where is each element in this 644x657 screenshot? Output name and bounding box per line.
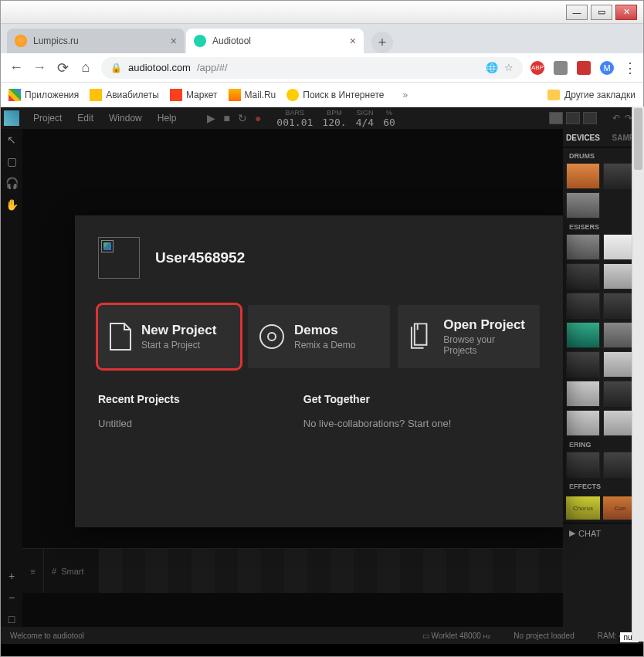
bpm-value[interactable]: 120.	[322, 117, 346, 128]
apps-bookmark[interactable]: Приложения	[8, 89, 79, 101]
forward-button[interactable]: →	[32, 59, 47, 76]
user-row: User4568952	[98, 237, 540, 279]
username: User4568952	[155, 249, 245, 266]
device-thumb[interactable]	[566, 234, 600, 260]
avatar[interactable]	[98, 237, 140, 279]
app-logo-icon[interactable]	[4, 110, 19, 126]
tracks-timeline[interactable]	[99, 549, 563, 593]
bookmark-item[interactable]: Поиск в Интернете	[286, 89, 384, 101]
view-button[interactable]	[583, 112, 597, 124]
other-bookmarks[interactable]: Другие закладки	[547, 90, 636, 100]
play-button[interactable]: ▶	[207, 112, 215, 124]
translate-icon[interactable]: 🌐	[486, 62, 498, 73]
home-button[interactable]: ⌂	[78, 59, 93, 76]
pointer-tool[interactable]: ↖	[5, 134, 19, 147]
scrollbar-thumb[interactable]	[634, 108, 642, 170]
welcome-modal: User4568952 New Project Start a Project …	[75, 215, 563, 527]
menu-window[interactable]: Window	[101, 113, 150, 124]
headphones-tool[interactable]: 🎧	[5, 177, 19, 191]
window-titlebar: — ▭ ✕	[1, 1, 643, 24]
tracks-menu-icon[interactable]: ≡	[30, 567, 35, 576]
device-thumb[interactable]	[566, 410, 600, 436]
action-subtitle: Start a Project	[141, 340, 216, 351]
action-row: New Project Start a Project Demos Remix …	[98, 305, 540, 368]
device-thumb[interactable]	[566, 381, 600, 407]
new-project-button[interactable]: New Project Start a Project	[98, 305, 240, 368]
counter-label: BPM	[327, 109, 342, 117]
close-tab-icon[interactable]: ×	[350, 35, 356, 47]
plane-icon	[90, 89, 102, 101]
star-icon[interactable]: ☆	[504, 62, 514, 73]
pct-value[interactable]: 60	[383, 117, 395, 128]
pdf-icon[interactable]	[577, 61, 591, 75]
favicon-icon	[15, 35, 27, 47]
effect-chorus[interactable]: Chorus	[566, 496, 600, 520]
documents-icon	[408, 322, 434, 351]
get-together-col: Get Together No live-collaborations? Sta…	[303, 393, 452, 429]
close-window-button[interactable]: ✕	[615, 5, 637, 20]
bookmark-item[interactable]: Маркет	[170, 89, 218, 101]
browser-tab-lumpics[interactable]: Lumpics.ru ×	[7, 29, 185, 53]
bookmark-overflow[interactable]: »	[402, 90, 408, 100]
new-tab-button[interactable]: +	[371, 32, 393, 53]
zoom-fit-button[interactable]: □	[5, 613, 19, 627]
bookmark-label: Маркет	[186, 90, 218, 100]
device-thumb[interactable]	[566, 351, 600, 378]
together-text[interactable]: No live-collaborations? Start one!	[303, 418, 452, 429]
reload-button[interactable]: ⟳	[55, 59, 70, 76]
device-thumb[interactable]	[566, 163, 600, 189]
url-input[interactable]: 🔒 audiotool.com/app/#/ 🌐 ☆	[101, 57, 523, 79]
device-thumb[interactable]	[566, 322, 600, 348]
folder-icon	[547, 90, 560, 100]
record-button[interactable]: ●	[255, 112, 261, 124]
loop-button[interactable]: ↻	[238, 112, 247, 124]
recent-projects-col: Recent Projects Untitled	[98, 393, 180, 429]
stop-button[interactable]: ■	[223, 112, 229, 124]
action-subtitle: Remix a Demo	[294, 340, 355, 351]
view-button[interactable]	[566, 112, 580, 124]
extension-icon[interactable]	[554, 61, 568, 75]
menu-project[interactable]: Project	[25, 113, 69, 124]
bars-value[interactable]: 001.01	[276, 117, 313, 128]
view-button[interactable]	[549, 112, 563, 124]
browser-tab-audiotool[interactable]: Audiotool ×	[186, 29, 364, 53]
bookmark-label: Другие закладки	[564, 90, 636, 100]
device-thumb[interactable]	[566, 192, 600, 218]
minimize-button[interactable]: —	[566, 5, 588, 20]
recent-item[interactable]: Untitled	[98, 418, 180, 429]
device-thumb[interactable]	[566, 293, 600, 319]
device-thumb[interactable]	[566, 263, 600, 290]
recent-title: Recent Projects	[98, 393, 180, 405]
adblock-icon[interactable]: ABP	[530, 61, 544, 75]
grid-icon[interactable]: #	[52, 567, 56, 576]
bookmarks-bar: Приложения Авиабилеты Маркет Mail.Ru Пои…	[1, 83, 643, 107]
lock-icon: 🔒	[110, 63, 122, 73]
browser-menu-button[interactable]: ⋮	[623, 59, 636, 76]
svg-point-0	[260, 325, 283, 348]
demos-button[interactable]: Demos Remix a Demo	[248, 305, 390, 368]
hand-tool[interactable]: ✋	[5, 198, 19, 212]
bottom-columns: Recent Projects Untitled Get Together No…	[98, 393, 540, 429]
apps-icon	[8, 89, 21, 101]
maximize-button[interactable]: ▭	[591, 5, 612, 20]
select-tool[interactable]: ▢	[5, 155, 19, 169]
bookmark-label: Приложения	[25, 90, 79, 100]
action-title: Open Project	[443, 317, 529, 333]
menu-help[interactable]: Help	[150, 113, 185, 124]
vertical-scrollbar[interactable]	[632, 107, 644, 642]
menu-edit[interactable]: Edit	[69, 113, 101, 124]
back-button[interactable]: ←	[8, 59, 24, 76]
device-thumb[interactable]	[566, 452, 600, 478]
bookmark-item[interactable]: Mail.Ru	[229, 89, 276, 101]
undo-button[interactable]: ↶	[612, 113, 620, 124]
open-project-button[interactable]: Open Project Browse your Projects	[398, 305, 540, 368]
bookmark-item[interactable]: Авиабилеты	[90, 89, 159, 101]
zoom-in-button[interactable]: +	[5, 570, 19, 584]
audiotool-app: Project Edit Window Help ▶ ■ ↻ ● BARS001…	[1, 107, 643, 657]
profile-avatar[interactable]: M	[600, 61, 614, 75]
close-tab-icon[interactable]: ×	[171, 35, 177, 47]
zoom-out-button[interactable]: −	[5, 591, 19, 605]
sign-value[interactable]: 4/4	[356, 117, 374, 128]
tab-devices[interactable]: DEVICES	[563, 129, 603, 147]
svg-point-1	[268, 333, 276, 340]
